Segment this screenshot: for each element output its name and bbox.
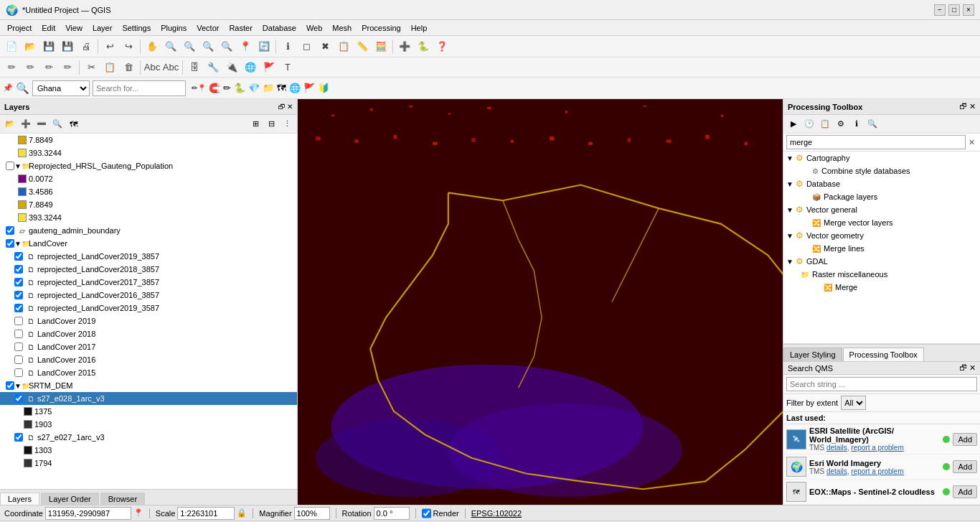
- flag2-button[interactable]: 🚩: [303, 83, 315, 93]
- browser-plugin-button[interactable]: 📁: [263, 83, 274, 93]
- deselect-button[interactable]: ✖: [316, 38, 334, 55]
- minimize-button[interactable]: −: [934, 4, 946, 16]
- new-project-button[interactable]: 📄: [3, 38, 20, 55]
- proc-item-package-layers[interactable]: 📦 Package layers: [783, 190, 980, 203]
- save-project-button[interactable]: 💾: [40, 38, 57, 55]
- layer-visibility-checkbox[interactable]: [14, 291, 23, 299]
- layer-item[interactable]: 0.0072: [0, 172, 297, 185]
- proc-item-combine-style[interactable]: ⚙ Combine style databases: [783, 164, 980, 177]
- edit-tool4[interactable]: ✏: [59, 59, 76, 76]
- layer-visibility-checkbox[interactable]: [14, 265, 23, 274]
- filter-map-btn[interactable]: 🗺: [66, 117, 80, 131]
- layer-item[interactable]: 🗋LandCover 2018: [0, 327, 297, 340]
- edit-tool3[interactable]: ✏: [40, 59, 57, 76]
- search-input[interactable]: [93, 80, 186, 96]
- qms-esri-satellite-details[interactable]: details: [826, 444, 847, 452]
- print-button[interactable]: 🖨: [77, 38, 95, 55]
- plugins-tool[interactable]: 🔌: [223, 59, 240, 76]
- layer-item[interactable]: 🗋LandCover 2017: [0, 340, 297, 353]
- qms-search-input[interactable]: [786, 377, 977, 391]
- qms-esri-world-report[interactable]: report a problem: [851, 467, 903, 475]
- layer-item[interactable]: 🗋reprojected_LandCover2019_3857: [0, 250, 297, 263]
- layer-item[interactable]: 1375: [0, 405, 297, 418]
- layer-item[interactable]: 1303: [0, 444, 297, 457]
- sb-scale-input[interactable]: [177, 507, 235, 520]
- edit-tool1[interactable]: ✏: [3, 59, 20, 76]
- proc-item-merge-lines[interactable]: 🔀 Merge lines: [783, 242, 980, 255]
- ruby-plugin-button[interactable]: 💎: [248, 83, 260, 93]
- sb-epsg-value[interactable]: EPSG:102022: [471, 509, 522, 518]
- menu-layer[interactable]: Layer: [88, 22, 117, 34]
- sb-scale-lock-icon[interactable]: 🔒: [237, 508, 247, 518]
- help-button[interactable]: ❓: [433, 38, 451, 55]
- proc-search-clear[interactable]: ✕: [966, 136, 977, 148]
- basemap-button[interactable]: 🗺: [277, 83, 286, 93]
- edit-tool5[interactable]: ✂: [83, 59, 100, 76]
- qms-filter-select[interactable]: All: [841, 396, 866, 410]
- proc-settings-button[interactable]: ⚙: [834, 117, 848, 131]
- layer-item[interactable]: ▼📁SRTM_DEM: [0, 379, 297, 392]
- layer-item[interactable]: 7.8849: [0, 134, 297, 146]
- tab-layer-order[interactable]: Layer Order: [41, 493, 99, 505]
- globe-tool[interactable]: 🌐: [242, 59, 259, 76]
- proc-run-button[interactable]: ▶: [786, 117, 801, 131]
- qms-esri-world-add-button[interactable]: Add: [953, 460, 977, 473]
- tab-processing-toolbox[interactable]: Processing Toolbox: [843, 348, 924, 361]
- edit-tool2[interactable]: ✏: [22, 59, 39, 76]
- redo-button[interactable]: ↪: [120, 38, 137, 55]
- collapse-all-btn[interactable]: ⊟: [264, 117, 278, 131]
- edit-tool6[interactable]: 📋: [101, 59, 118, 76]
- proc-close-button[interactable]: ✕: [969, 102, 976, 111]
- layer-visibility-checkbox[interactable]: [6, 226, 14, 235]
- proc-info-button[interactable]: ℹ: [849, 117, 864, 131]
- layer-visibility-checkbox[interactable]: [14, 330, 23, 338]
- proc-category-gdal[interactable]: ▼ ⚙ GDAL: [783, 255, 980, 268]
- sb-coordinate-input[interactable]: [45, 507, 131, 520]
- open-layer-button[interactable]: 📂: [3, 117, 17, 131]
- python-plugin-button[interactable]: 🐍: [234, 83, 245, 93]
- layer-item[interactable]: 🗋reprojected_LandCover2019_3587: [0, 302, 297, 314]
- layer-item[interactable]: 🗋reprojected_LandCover2016_3857: [0, 289, 297, 302]
- menu-raster[interactable]: Raster: [225, 22, 256, 34]
- tab-layers[interactable]: Layers: [0, 493, 39, 505]
- zoom-full-button[interactable]: 🔍: [199, 38, 217, 55]
- refresh-button[interactable]: 🔄: [255, 38, 273, 55]
- proc-item-merge-vector[interactable]: 🔀 Merge vector layers: [783, 216, 980, 229]
- select-button[interactable]: ◻: [298, 38, 315, 55]
- expand-all-btn[interactable]: ⊞: [248, 117, 263, 131]
- menu-project[interactable]: Project: [3, 22, 36, 34]
- menu-view[interactable]: View: [61, 22, 87, 34]
- snap-button[interactable]: 🧲: [209, 83, 220, 93]
- calculator-button[interactable]: 🧮: [372, 38, 390, 55]
- qms-close-button[interactable]: ✕: [969, 363, 976, 373]
- proc-category-vector-geometry[interactable]: ▼ ⚙ Vector geometry: [783, 229, 980, 242]
- layer-visibility-checkbox[interactable]: [6, 239, 14, 248]
- qms-esri-satellite-report[interactable]: report a problem: [851, 444, 903, 452]
- sb-rotation-input[interactable]: [374, 507, 410, 520]
- layer-options-btn[interactable]: ⋮: [280, 117, 294, 131]
- layer-visibility-checkbox[interactable]: [14, 342, 23, 351]
- undo-button[interactable]: ↩: [101, 38, 118, 55]
- filter-layer-btn[interactable]: 🔍: [50, 117, 65, 131]
- proc-history-button[interactable]: 🕑: [802, 117, 816, 131]
- menu-plugins[interactable]: Plugins: [156, 22, 191, 34]
- tab-browser[interactable]: Browser: [100, 493, 145, 505]
- panel-float-button[interactable]: 🗗: [278, 103, 286, 111]
- label-tool2[interactable]: Abc: [162, 59, 179, 76]
- remove-layer-btn[interactable]: ➖: [34, 117, 49, 131]
- layer-item[interactable]: 🗋s27_e027_1arc_v3: [0, 431, 297, 444]
- edit-snap-button[interactable]: ✏: [223, 83, 231, 93]
- tab-layer-styling[interactable]: Layer Styling: [783, 348, 842, 361]
- zoom-layer-button[interactable]: 📍: [237, 38, 254, 55]
- menu-settings[interactable]: Settings: [118, 22, 155, 34]
- layer-item[interactable]: 7.8849: [0, 198, 297, 211]
- layer-item[interactable]: ▼📁LandCover: [0, 237, 297, 250]
- proc-search-input[interactable]: [786, 135, 966, 149]
- qms-esri-satellite-add-button[interactable]: Add: [953, 433, 977, 446]
- maximize-button[interactable]: □: [948, 4, 960, 16]
- zoom-out-button[interactable]: 🔍: [181, 38, 198, 55]
- layer-item[interactable]: 🗋LandCover 2019: [0, 314, 297, 327]
- layer-visibility-checkbox[interactable]: [6, 381, 14, 390]
- layer-item[interactable]: 393.3244: [0, 146, 297, 159]
- layer-visibility-checkbox[interactable]: [14, 278, 23, 286]
